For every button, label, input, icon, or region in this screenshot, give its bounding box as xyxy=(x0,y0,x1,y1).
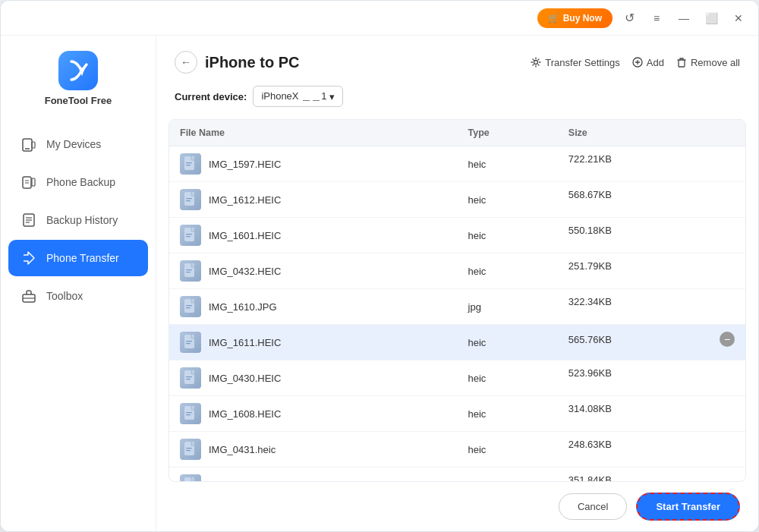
table-row[interactable]: IMG_1611.HEIC heic565.76KB− xyxy=(169,325,745,360)
table-row[interactable]: IMG_1601.HEIC heic550.18KB xyxy=(169,218,745,253)
file-name-cell-5: IMG_1611.HEIC xyxy=(169,325,458,360)
restore-button[interactable]: ⬜ xyxy=(701,8,722,29)
sidebar-item-toolbox[interactable]: Toolbox xyxy=(8,278,148,314)
trash-icon xyxy=(676,57,687,68)
table-row[interactable]: IMG_1610.JPG jpg322.34KB xyxy=(169,289,745,325)
chevron-down-icon: ▾ xyxy=(329,91,335,102)
sidebar-item-phone-backup[interactable]: Phone Backup xyxy=(8,164,148,200)
table-row[interactable]: IMG_0430.HEIC heic523.96KB xyxy=(169,360,745,396)
start-transfer-button[interactable]: Start Transfer xyxy=(636,493,740,521)
titlebar-controls: 🛒 Buy Now ↺ ≡ — ⬜ ✕ xyxy=(537,8,749,29)
file-type-cell-9: heic xyxy=(458,467,558,483)
close-button[interactable]: ✕ xyxy=(728,8,749,29)
table-row[interactable]: IMG_0434.HEIC heic351.84KB xyxy=(169,467,745,483)
table-row[interactable]: IMG_1597.HEIC heic722.21KB xyxy=(169,146,745,182)
file-name-cell-4: IMG_1610.JPG xyxy=(169,289,458,325)
sidebar: FoneTool Free My Devices xyxy=(1,36,156,531)
sidebar-item-phone-transfer[interactable]: Phone Transfer xyxy=(8,240,148,276)
table-row[interactable]: IMG_0432.HEIC heic251.79KB xyxy=(169,253,745,289)
file-icon xyxy=(180,153,201,175)
svg-rect-42 xyxy=(186,448,192,449)
file-name-cell-1: IMG_1612.HEIC xyxy=(169,182,458,218)
file-type-cell-8: heic xyxy=(458,432,558,467)
device-name: iPhoneX ＿＿1 xyxy=(261,90,326,103)
file-size-cell-2: 550.18KB xyxy=(558,218,745,243)
phone-transfer-label: Phone Transfer xyxy=(46,252,119,264)
device-icon xyxy=(20,136,37,153)
file-name-cell-8: IMG_0431.heic xyxy=(169,432,458,467)
col-type: Type xyxy=(458,120,558,146)
toolbox-icon xyxy=(20,288,37,304)
transfer-settings-button[interactable]: Transfer Settings xyxy=(531,57,620,68)
sidebar-nav: My Devices Phone Backup xyxy=(1,126,156,314)
file-size-cell-3: 251.79KB xyxy=(558,253,745,279)
file-type-cell-5: heic xyxy=(458,325,558,360)
add-button[interactable]: Add xyxy=(632,57,664,68)
device-selector[interactable]: iPhoneX ＿＿1 ▾ xyxy=(253,86,343,107)
table-row[interactable]: IMG_1608.HEIC heic314.08KB xyxy=(169,396,745,432)
menu-button[interactable]: ≡ xyxy=(646,8,667,29)
content-footer: Cancel Start Transfer xyxy=(156,482,758,531)
file-table-container[interactable]: File Name Type Size xyxy=(168,119,746,482)
svg-rect-24 xyxy=(186,234,192,235)
main-layout: FoneTool Free My Devices xyxy=(1,36,758,531)
file-name: IMG_0431.heic xyxy=(209,444,276,455)
svg-rect-2 xyxy=(32,142,35,148)
svg-rect-21 xyxy=(186,198,192,199)
buy-now-button[interactable]: 🛒 Buy Now xyxy=(537,8,613,28)
file-name: IMG_1610.JPG xyxy=(209,301,277,313)
history-icon xyxy=(20,212,37,228)
file-size-cell-5: 565.76KB− xyxy=(558,325,745,354)
file-name: IMG_1597.HEIC xyxy=(209,159,281,170)
table-row[interactable]: IMG_0431.heic heic248.63KB xyxy=(169,432,745,467)
restore-icon: ⬜ xyxy=(705,12,718,24)
back-button[interactable]: ← xyxy=(175,51,197,74)
logo-icon xyxy=(58,51,98,90)
file-icon xyxy=(180,367,201,389)
svg-rect-30 xyxy=(186,305,192,306)
minimize-button[interactable]: — xyxy=(673,8,694,29)
remove-row-button[interactable]: − xyxy=(720,332,735,347)
file-icon xyxy=(180,474,201,482)
content-header: ← iPhone to PC Transfer Settings xyxy=(156,36,758,83)
file-size-cell-4: 322.34KB xyxy=(558,289,745,314)
file-icon xyxy=(180,260,201,282)
svg-rect-39 xyxy=(186,412,192,413)
cancel-button[interactable]: Cancel xyxy=(559,493,627,520)
sidebar-item-my-devices[interactable]: My Devices xyxy=(8,126,148,162)
file-table: File Name Type Size xyxy=(169,120,745,482)
remove-all-button[interactable]: Remove all xyxy=(676,57,740,68)
svg-rect-43 xyxy=(186,450,191,451)
sidebar-item-backup-history[interactable]: Backup History xyxy=(8,202,148,238)
svg-rect-22 xyxy=(186,200,191,201)
file-name-cell-6: IMG_0430.HEIC xyxy=(169,360,458,396)
file-icon xyxy=(180,403,201,424)
svg-rect-25 xyxy=(186,236,191,237)
file-size-cell-8: 248.63KB xyxy=(558,432,745,457)
svg-rect-28 xyxy=(186,272,191,272)
start-transfer-label: Start Transfer xyxy=(656,501,720,512)
remove-all-label: Remove all xyxy=(691,57,740,68)
add-label: Add xyxy=(647,57,664,68)
file-size-cell-1: 568.67KB xyxy=(558,182,745,207)
file-name-cell-2: IMG_1601.HEIC xyxy=(169,218,458,253)
file-type-cell-0: heic xyxy=(458,146,558,182)
phone-backup-label: Phone Backup xyxy=(46,176,115,188)
svg-rect-27 xyxy=(186,269,192,270)
file-name: IMG_1612.HEIC xyxy=(209,194,281,206)
buy-now-label: Buy Now xyxy=(563,13,602,24)
svg-rect-33 xyxy=(186,341,192,342)
transfer-icon xyxy=(20,250,37,266)
close-icon: ✕ xyxy=(734,12,743,24)
svg-rect-18 xyxy=(186,162,192,163)
rotate-button[interactable]: ↺ xyxy=(619,8,640,29)
backup-icon xyxy=(20,174,37,190)
file-name: IMG_0430.HEIC xyxy=(209,373,281,384)
file-type-cell-2: heic xyxy=(458,218,558,253)
page-title: iPhone to PC xyxy=(205,54,299,71)
page-title-area: ← iPhone to PC xyxy=(175,51,299,74)
col-size: Size xyxy=(558,120,745,146)
file-icon xyxy=(180,332,201,353)
table-row[interactable]: IMG_1612.HEIC heic568.67KB xyxy=(169,182,745,218)
app-window: 🛒 Buy Now ↺ ≡ — ⬜ ✕ xyxy=(0,0,759,532)
